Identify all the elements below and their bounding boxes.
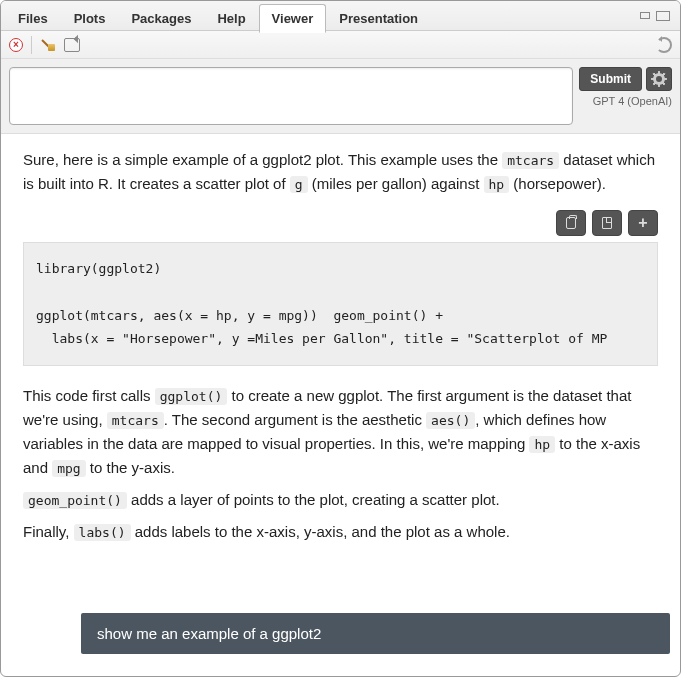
separator [31,36,32,54]
text: This code first calls [23,387,155,404]
model-label: GPT 4 (OpenAI) [593,95,672,107]
inline-code: geom_point() [23,492,127,509]
text: to the y-axis. [86,459,175,476]
code-block[interactable]: library(ggplot2) ggplot(mtcars, aes(x = … [23,242,658,366]
text: Sure, here is a simple example of a ggpl… [23,151,502,168]
viewer-toolbar: × [1,31,680,59]
popout-icon[interactable] [64,38,80,52]
tab-presentation[interactable]: Presentation [326,4,431,32]
tab-help[interactable]: Help [204,4,258,32]
inline-code: g [290,176,308,193]
text: (miles per gallon) against [308,175,484,192]
code-actions: + [23,210,658,236]
tab-files[interactable]: Files [5,4,61,32]
plus-icon: + [638,215,647,231]
clear-icon[interactable] [40,37,56,53]
maximize-pane-icon[interactable] [656,11,670,21]
assistant-paragraph: This code first calls ggplot() to create… [23,384,658,480]
inline-code: ggplot() [155,388,228,405]
text: adds a layer of points to the plot, crea… [127,491,500,508]
chat-input-row: Submit GPT 4 (OpenAI) [1,59,680,134]
document-icon [602,217,612,229]
settings-button[interactable] [646,67,672,91]
text: Finally, [23,523,74,540]
assistant-paragraph: Finally, labs() adds labels to the x-axi… [23,520,658,544]
inline-code: labs() [74,524,131,541]
tab-viewer[interactable]: Viewer [259,4,327,33]
stop-icon[interactable]: × [9,38,23,52]
submit-button[interactable]: Submit [579,67,642,91]
inline-code: aes() [426,412,475,429]
new-doc-button[interactable] [592,210,622,236]
gear-icon [653,73,665,85]
user-message-bubble: show me an example of a ggplot2 [81,613,670,654]
tab-plots[interactable]: Plots [61,4,119,32]
refresh-icon[interactable] [656,37,672,53]
pane-tabs: Files Plots Packages Help Viewer Present… [1,1,680,31]
tab-packages[interactable]: Packages [118,4,204,32]
inline-code: hp [529,436,555,453]
chat-input[interactable] [9,67,573,125]
chat-content: Sure, here is a simple example of a ggpl… [1,134,680,601]
text: (horsepower). [509,175,606,192]
inline-code: mpg [52,460,85,477]
inline-code: mtcars [107,412,164,429]
user-message-row: show me an example of a ggplot2 [1,601,680,666]
minimize-pane-icon[interactable] [640,12,650,19]
insert-code-button[interactable]: + [628,210,658,236]
assistant-paragraph: Sure, here is a simple example of a ggpl… [23,148,658,196]
assistant-paragraph: geom_point() adds a layer of points to t… [23,488,658,512]
clipboard-icon [566,217,576,229]
inline-code: mtcars [502,152,559,169]
copy-code-button[interactable] [556,210,586,236]
inline-code: hp [484,176,510,193]
text: adds labels to the x-axis, y-axis, and t… [131,523,510,540]
text: . The second argument is the aesthetic [164,411,426,428]
